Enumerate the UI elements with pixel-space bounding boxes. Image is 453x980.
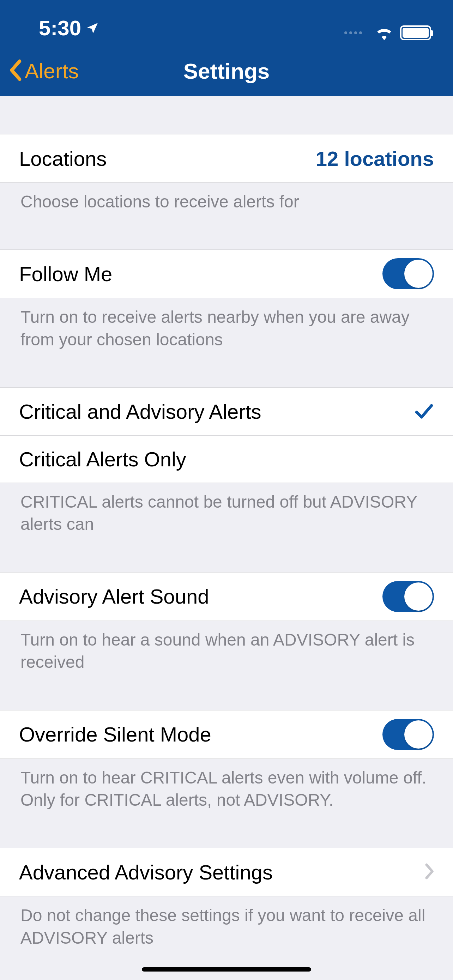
follow-me-footer: Turn on to receive alerts nearby when yo… xyxy=(0,298,453,366)
advisory-sound-row: Advisory Alert Sound xyxy=(0,572,453,621)
location-arrow-icon xyxy=(85,21,100,35)
locations-row[interactable]: Locations 12 locations xyxy=(0,134,453,183)
cellular-dots-icon xyxy=(344,32,362,34)
locations-value: 12 locations xyxy=(316,147,434,170)
status-time: 5:30 xyxy=(39,16,81,40)
advanced-settings-row[interactable]: Advanced Advisory Settings xyxy=(0,848,453,896)
alert-mode-group: Critical and Advisory Alerts Critical Al… xyxy=(0,387,453,483)
override-silent-label: Override Silent Mode xyxy=(19,722,211,746)
advisory-sound-label: Advisory Alert Sound xyxy=(19,585,209,608)
settings-screen: 5:30 Alerts Settings Locations 12 locati… xyxy=(0,0,453,980)
wifi-icon xyxy=(375,25,394,40)
alert-mode-both-label: Critical and Advisory Alerts xyxy=(19,400,261,423)
status-bar: 5:30 xyxy=(0,0,453,46)
follow-me-label: Follow Me xyxy=(19,262,112,286)
follow-me-toggle[interactable] xyxy=(382,258,434,289)
advanced-settings-label: Advanced Advisory Settings xyxy=(19,861,273,884)
page-title: Settings xyxy=(183,59,270,84)
alert-mode-footer: CRITICAL alerts cannot be turned off but… xyxy=(0,483,453,551)
back-button[interactable]: Alerts xyxy=(9,46,79,96)
advisory-sound-toggle[interactable] xyxy=(382,581,434,612)
override-silent-footer: Turn on to hear CRITICAL alerts even wit… xyxy=(0,759,453,827)
top-spacer xyxy=(0,96,453,134)
locations-label: Locations xyxy=(19,147,106,170)
override-silent-row: Override Silent Mode xyxy=(0,710,453,759)
override-silent-toggle[interactable] xyxy=(382,719,434,750)
alert-mode-critical-only-label: Critical Alerts Only xyxy=(19,447,186,471)
alert-mode-both-row[interactable]: Critical and Advisory Alerts xyxy=(0,387,453,435)
checkmark-icon xyxy=(414,403,434,420)
home-indicator xyxy=(142,967,311,972)
back-label: Alerts xyxy=(25,59,79,83)
advisory-sound-footer: Turn on to hear a sound when an ADVISORY… xyxy=(0,621,453,689)
battery-icon xyxy=(400,25,431,40)
status-left: 5:30 xyxy=(39,16,100,40)
alert-mode-critical-only-row[interactable]: Critical Alerts Only xyxy=(0,435,453,483)
locations-footer: Choose locations to receive alerts for xyxy=(0,183,453,228)
advanced-settings-footer: Do not change these settings if you want… xyxy=(0,896,453,964)
nav-bar: Alerts Settings xyxy=(0,46,453,96)
status-right xyxy=(344,25,431,40)
chevron-right-icon xyxy=(424,863,434,881)
chevron-left-icon xyxy=(9,59,23,83)
follow-me-row: Follow Me xyxy=(0,250,453,298)
